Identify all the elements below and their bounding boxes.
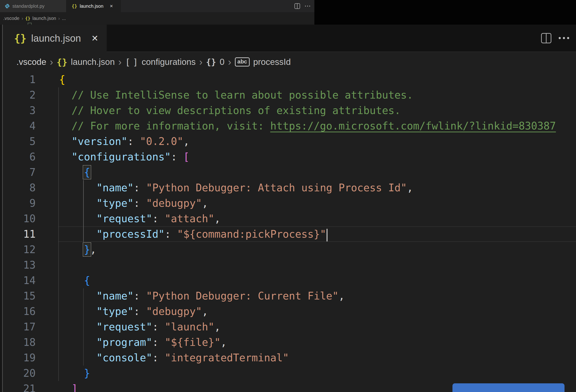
code-line[interactable]: 20 } — [0, 366, 576, 381]
chevron-right-icon: › — [50, 56, 53, 68]
code-line[interactable]: 14 { — [0, 273, 576, 288]
code-line[interactable]: 17 "request": "launch", — [0, 319, 576, 335]
code-line[interactable]: 3 // Hover to view descriptions of exist… — [0, 103, 576, 118]
code-line[interactable]: 16 "type": "debugpy", — [0, 304, 576, 319]
line-number: 12 — [0, 242, 36, 257]
line-text: "console": "integratedTerminal" — [59, 350, 289, 366]
black-empty-area — [314, 0, 576, 25]
tab-label: standardplot.py — [12, 3, 45, 9]
line-text: // Use IntelliSense to learn about possi… — [59, 87, 413, 103]
line-number: 9 — [0, 196, 36, 211]
more-actions-icon[interactable] — [557, 37, 570, 39]
text-cursor — [327, 229, 327, 241]
line-number: 21 — [0, 381, 36, 392]
line-text: { — [59, 165, 90, 180]
code-line[interactable]: 2 // Use IntelliSense to learn about pos… — [0, 87, 576, 103]
code-line[interactable]: 10 "request": "attach", — [0, 211, 576, 226]
breadcrumb-item-processid[interactable]: processId — [253, 57, 291, 67]
breadcrumb-collapsed[interactable]: ... — [62, 16, 66, 21]
tab-standardplot-py[interactable]: standardplot.py — [0, 0, 66, 12]
line-number: 14 — [0, 273, 36, 288]
close-tab-icon[interactable]: ✕ — [110, 4, 113, 9]
code-line[interactable]: 15 "name": "Python Debugger: Current Fil… — [0, 288, 576, 304]
more-actions-icon[interactable] — [304, 6, 311, 6]
code-line[interactable]: 8 "name": "Python Debugger: Attach using… — [0, 180, 576, 196]
code-line[interactable]: 5 "version": "0.2.0", — [0, 134, 576, 149]
breadcrumb-folder[interactable]: .vscode — [3, 16, 20, 21]
code-editor[interactable]: 1{2 // Use IntelliSense to learn about p… — [0, 72, 576, 392]
line-text: // For more information, visit: https://… — [59, 118, 556, 134]
code-line[interactable]: 9 "type": "debugpy", — [0, 196, 576, 211]
line-number: 2 — [0, 87, 36, 103]
code-line[interactable]: 13 — [0, 257, 576, 273]
line-number: 18 — [0, 335, 36, 350]
breadcrumb-item-0[interactable]: 0 — [220, 57, 225, 67]
line-text: ] — [59, 381, 78, 392]
chevron-right-icon: › — [228, 56, 231, 68]
line-number: 6 — [0, 149, 36, 165]
line-number: 10 — [0, 211, 36, 226]
line-number: 13 — [0, 257, 36, 273]
line-text: // Hover to view descriptions of existin… — [59, 103, 401, 118]
breadcrumb-item-configurations[interactable]: configurations — [142, 57, 196, 67]
line-text: "configurations": [ — [59, 149, 189, 165]
vscode-screenshot: { "background_window": { "tab_bar": { "t… — [0, 0, 576, 392]
line-number: 1 — [0, 72, 36, 87]
json-braces-icon: {} — [72, 3, 77, 9]
line-number: 11 — [0, 226, 36, 242]
line-number: 16 — [0, 304, 36, 319]
line-text: { — [59, 273, 90, 288]
close-tab-icon[interactable]: ✕ — [91, 33, 98, 43]
code-line[interactable]: 7 { — [0, 165, 576, 180]
python-icon — [5, 3, 10, 9]
breadcrumb-file[interactable]: launch.json — [32, 16, 56, 21]
json-braces-icon: {} — [25, 16, 30, 21]
line-text: "type": "debugpy", — [59, 304, 208, 319]
breadcrumb-item-vscode[interactable]: .vscode — [16, 57, 46, 67]
line-text: "program": "${file}", — [59, 335, 227, 350]
line-number: 15 — [0, 288, 36, 304]
array-brackets-icon: [] — [125, 57, 138, 67]
chevron-right-icon: › — [58, 16, 60, 21]
tab-launch-json[interactable]: {} launch.json ✕ — [66, 0, 121, 12]
code-line[interactable]: 4 // For more information, visit: https:… — [0, 118, 576, 134]
line-text: "name": "Python Debugger: Attach using P… — [59, 180, 413, 196]
editor-actions — [541, 25, 570, 52]
background-breadcrumb: .vscode › {} launch.json › ... — [0, 12, 314, 25]
split-editor-icon[interactable] — [541, 33, 551, 43]
line-number: 4 — [0, 118, 36, 134]
split-editor-icon[interactable] — [294, 3, 300, 9]
tab-label: launch.json — [31, 33, 81, 44]
line-number: 5 — [0, 134, 36, 149]
abc-symbol-icon: abc — [235, 57, 250, 67]
chevron-right-icon: › — [118, 56, 121, 68]
code-line[interactable]: 1{ — [0, 72, 576, 87]
code-line[interactable]: 11 "processId": "${command:pickProcess}" — [0, 226, 576, 242]
json-braces-icon: {} — [57, 57, 67, 67]
code-line[interactable]: 19 "console": "integratedTerminal" — [0, 350, 576, 366]
json-braces-icon: {} — [14, 32, 27, 44]
breadcrumb: .vscode › {} launch.json › [] configurat… — [16, 52, 291, 72]
line-text: "type": "debugpy", — [59, 196, 208, 211]
line-text: "name": "Python Debugger: Current File", — [59, 288, 345, 304]
add-configuration-button[interactable] — [453, 383, 565, 392]
line-text: "request": "attach", — [59, 211, 221, 226]
tab-launch-json-large[interactable]: {} launch.json ✕ — [3, 25, 107, 52]
code-line[interactable]: 6 "configurations": [ — [0, 149, 576, 165]
line-text: "version": "0.2.0", — [59, 134, 189, 149]
line-number: 3 — [0, 103, 36, 118]
code-line[interactable]: 18 "program": "${file}", — [0, 335, 576, 350]
line-text: }, — [59, 242, 96, 257]
line-number: 20 — [0, 366, 36, 381]
line-number: 8 — [0, 180, 36, 196]
tab-bar-empty-area — [107, 25, 576, 52]
breadcrumb-item-launch-json[interactable]: launch.json — [71, 57, 115, 67]
line-number: 7 — [0, 165, 36, 180]
line-number: 19 — [0, 350, 36, 366]
tab-label: launch.json — [80, 3, 103, 9]
background-editor-actions — [294, 0, 311, 12]
code-line[interactable]: 12 }, — [0, 242, 576, 257]
line-text: "request": "launch", — [59, 319, 221, 335]
object-braces-icon: {} — [206, 57, 216, 67]
background-tab-bar: standardplot.py {} launch.json ✕ — [0, 0, 314, 12]
